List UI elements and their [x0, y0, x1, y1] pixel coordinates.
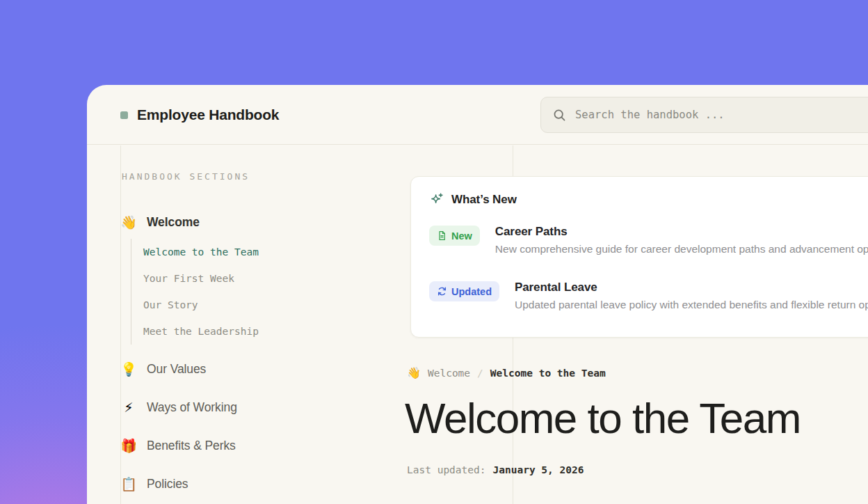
sidebar-item-policies[interactable]: 📋 Policies [120, 474, 399, 494]
sidebar-subitem-our-story[interactable]: Our Story [143, 292, 399, 318]
sidebar-subitem-your-first-week[interactable]: Your First Week [143, 265, 399, 292]
lightbulb-icon: 💡 [120, 361, 137, 377]
last-updated: Last updated: January 5, 2026 [407, 464, 584, 475]
app-logo-icon [120, 111, 128, 119]
sidebar-item-label: Our Values [147, 362, 206, 377]
wave-icon: 👋 [120, 214, 137, 230]
whats-new-item-text: Parental Leave Updated parental leave po… [515, 281, 868, 311]
breadcrumb-current-page: Welcome to the Team [490, 368, 606, 379]
sidebar-item-label: Benefits & Perks [147, 439, 236, 453]
app-title: Employee Handbook [137, 107, 279, 123]
sidebar-sublist-welcome: Welcome to the Team Your First Week Our … [131, 239, 399, 345]
page-title: Welcome to the Team [405, 394, 801, 443]
whats-new-item-title: Career Paths [495, 225, 868, 239]
sidebar-item-welcome[interactable]: 👋 Welcome [120, 212, 399, 232]
updated-badge: Updated [429, 281, 499, 301]
sidebar-item-ways-of-working[interactable]: ⚡ Ways of Working [120, 397, 399, 417]
lightning-icon: ⚡ [120, 400, 137, 415]
wave-icon: 👋 [407, 366, 421, 379]
whats-new-item-career-paths[interactable]: New Career Paths New comprehensive guide… [429, 225, 868, 255]
refresh-icon [437, 286, 447, 297]
whats-new-item-text: Career Paths New comprehensive guide for… [495, 225, 868, 255]
last-updated-label: Last updated: [407, 464, 486, 475]
whats-new-header: What’s New [429, 192, 868, 207]
sidebar-item-label: Ways of Working [147, 400, 237, 415]
sidebar-section-label: HANDBOOK SECTIONS [122, 171, 399, 182]
badge-label: New [451, 230, 472, 242]
sidebar-item-label: Welcome [147, 215, 200, 230]
whats-new-item-title: Parental Leave [515, 281, 868, 294]
breadcrumb-separator: / [477, 368, 483, 379]
page-background: Employee Handbook HANDBOOK SECTIONS 👋 We… [0, 0, 868, 504]
whats-new-title: What’s New [451, 193, 517, 207]
sidebar: HANDBOOK SECTIONS 👋 Welcome Welcome to t… [120, 171, 399, 494]
new-badge: New [429, 226, 480, 246]
whats-new-item-description: Updated parental leave policy with exten… [515, 299, 868, 311]
sidebar-item-our-values[interactable]: 💡 Our Values [120, 359, 399, 379]
sidebar-item-benefits-perks[interactable]: 🎁 Benefits & Perks [120, 436, 399, 455]
document-icon [437, 230, 447, 241]
whats-new-item-parental-leave[interactable]: Updated Parental Leave Updated parental … [429, 281, 868, 311]
gift-icon: 🎁 [120, 438, 137, 454]
breadcrumb-section-link[interactable]: Welcome [428, 368, 470, 379]
sidebar-subitem-meet-the-leadership[interactable]: Meet the Leadership [143, 318, 399, 345]
clipboard-icon: 📋 [120, 476, 137, 492]
whats-new-card: What’s New New Career Paths New comprehe… [410, 176, 868, 338]
breadcrumb: 👋 Welcome / Welcome to the Team [407, 366, 606, 379]
sparkle-icon [429, 192, 444, 207]
search-icon [553, 109, 566, 122]
sidebar-subitem-welcome-to-the-team[interactable]: Welcome to the Team [143, 239, 399, 265]
badge-label: Updated [451, 286, 492, 297]
app-window: Employee Handbook HANDBOOK SECTIONS 👋 We… [87, 85, 868, 504]
search-box [540, 97, 868, 133]
search-input[interactable] [575, 109, 868, 121]
app-header: Employee Handbook [87, 85, 868, 145]
sidebar-item-label: Policies [147, 477, 188, 491]
brand: Employee Handbook [120, 85, 279, 145]
last-updated-date: January 5, 2026 [493, 464, 584, 475]
whats-new-item-description: New comprehensive guide for career devel… [495, 243, 868, 255]
